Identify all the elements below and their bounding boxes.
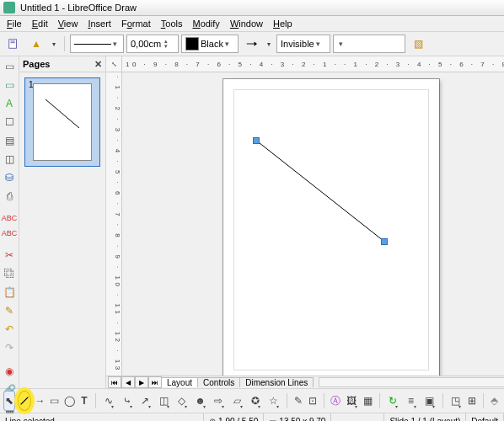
save-icon[interactable]: ⛁ <box>0 171 19 184</box>
svg-line-5 <box>46 99 79 128</box>
menu-modify[interactable]: Modify <box>187 18 224 29</box>
tab-nav-prev-icon[interactable]: ◀ <box>121 376 135 388</box>
arrow-style-dropdown[interactable]: ▾ <box>264 34 274 54</box>
chevron-down-icon: ▾ <box>225 40 229 48</box>
glue-points-icon[interactable]: ⊡ <box>307 391 319 411</box>
select-tool-icon[interactable]: ⬉ <box>3 391 15 411</box>
menu-edit[interactable]: Edit <box>27 18 53 29</box>
curve-tool-icon[interactable]: ∿▾ <box>101 391 117 411</box>
spinner-arrows[interactable]: ▴▾ <box>164 39 168 49</box>
callout-tool-icon[interactable]: ✪▾ <box>248 391 264 411</box>
fontwork-icon[interactable]: Ⓐ <box>330 391 341 411</box>
copy-icon[interactable]: ⿻ <box>0 267 19 280</box>
insert-tool-icon[interactable]: ◳▾ <box>448 391 464 411</box>
selection-handle-end[interactable] <box>381 238 388 245</box>
status-slide[interactable]: Slide 1 / 1 (Layout) <box>384 413 466 421</box>
separator <box>64 36 65 51</box>
controls-tool-icon[interactable]: ⊞ <box>466 391 478 411</box>
tab-controls[interactable]: Controls <box>197 377 240 387</box>
print-icon[interactable]: ⎙ <box>0 189 19 203</box>
shadow-button[interactable]: ▧ <box>408 34 428 54</box>
extrusion-icon[interactable]: ⬘ <box>489 391 501 411</box>
selection-handle-start[interactable] <box>253 137 260 144</box>
arrange-tool-icon[interactable]: ▣▾ <box>421 391 437 411</box>
undo-icon[interactable]: ↶ <box>0 322 19 336</box>
line-object[interactable] <box>223 79 439 376</box>
drawing-page[interactable] <box>223 79 439 376</box>
autocheck-icon[interactable]: ABC <box>0 228 19 238</box>
edit-points-icon[interactable]: ✎ <box>292 391 304 411</box>
status-pagestyle[interactable]: Default <box>466 413 504 421</box>
drawing-toolbar: ⬉ → ▭ ◯ T ∿▾ ⤷▾ ↗▾ ◫▾ ◇▾ ☻▾ ⇨▾ ▱▾ ✪▾ ☆▾ … <box>0 388 504 413</box>
line-tool-icon[interactable] <box>18 391 31 411</box>
menu-format[interactable]: Format <box>116 18 156 29</box>
size-icon: ▭ <box>269 417 276 422</box>
align-tool-icon[interactable]: ≡▾ <box>403 391 419 411</box>
new-slide-icon[interactable]: ☐ <box>0 115 19 129</box>
area-fill-type-combo[interactable]: Invisible ▾ <box>276 35 330 53</box>
page-icon[interactable]: ▤ <box>0 134 19 147</box>
tab-nav-last-icon[interactable]: ⏭ <box>148 376 162 388</box>
menu-window[interactable]: Window <box>225 18 268 29</box>
line-color-combo[interactable]: Black ▾ <box>181 35 239 53</box>
tab-dimension-lines[interactable]: Dimension Lines <box>239 377 314 387</box>
line-arrow-tool-icon[interactable]: → <box>34 391 46 411</box>
stars-tool-icon[interactable]: ☆▾ <box>265 391 281 411</box>
styles-button[interactable] <box>3 34 24 54</box>
svg-rect-2 <box>11 42 15 43</box>
ruler-corner[interactable]: ⤡ <box>106 56 122 72</box>
tab-layout[interactable]: Layout <box>161 377 198 387</box>
line-style-combo[interactable]: ▾ <box>70 35 124 53</box>
horizontal-scrollbar[interactable] <box>319 377 504 387</box>
tab-nav-next-icon[interactable]: ▶ <box>135 376 148 388</box>
menu-insert[interactable]: Insert <box>83 18 116 29</box>
insert-image-icon[interactable]: ◫ <box>0 152 19 166</box>
clone-format-icon[interactable]: ✎ <box>0 304 19 317</box>
gallery-icon[interactable]: ▦ <box>362 391 374 411</box>
paint-format-dropdown[interactable]: ▾ <box>49 34 59 54</box>
vertical-ruler[interactable]: · 1 · 2 · 3 · 4 · 5 · 6 · 7 · 8 · 9 · 10… <box>106 72 122 376</box>
status-size: ▭ 13,50 x 9,70 <box>264 413 331 421</box>
zoom-page-icon[interactable]: ▭ <box>0 78 19 92</box>
arrow-style-button[interactable] <box>241 34 261 54</box>
menu-view[interactable]: View <box>53 18 83 29</box>
redo-icon[interactable]: ↷ <box>0 341 19 354</box>
rectangle-tool-icon[interactable]: ▭ <box>49 391 61 411</box>
cut-icon[interactable]: ✂ <box>0 248 19 262</box>
status-modified <box>331 413 384 421</box>
connector-tool-icon[interactable]: ⤷▾ <box>119 391 135 411</box>
pointer-tool-icon[interactable]: ▭ <box>0 60 19 73</box>
separator <box>95 393 96 408</box>
basic-shapes-tool-icon[interactable]: ◇▾ <box>174 391 190 411</box>
page-thumbnail[interactable]: 1 <box>24 77 100 167</box>
menu-help[interactable]: Help <box>268 18 298 29</box>
spellcheck-icon[interactable]: ABC <box>0 213 19 223</box>
menu-tools[interactable]: Tools <box>156 18 188 29</box>
line-width-spinner[interactable]: 0,00cm ▴▾ <box>126 35 179 53</box>
main-area: ⤡ 10 · 9 · 8 · 7 · 6 · 5 · 4 · 3 · 2 · 1… <box>106 56 504 388</box>
from-file-icon[interactable]: 🖼▾ <box>344 391 360 411</box>
paint-format-button[interactable]: ▲ <box>26 34 46 54</box>
area-fill-value-combo[interactable]: ▾ <box>333 35 405 53</box>
block-arrows-tool-icon[interactable]: ⇨▾ <box>211 391 227 411</box>
3d-tool-icon[interactable]: ◫▾ <box>156 391 172 411</box>
svg-rect-0 <box>9 40 17 49</box>
left-vertical-toolbar: ▭ ▭ A ☐ ▤ ◫ ⛁ ⎙ ABC ABC ✂ ⿻ 📋 ✎ ↶ ↷ ◉ 🔗 … <box>0 56 19 388</box>
close-icon[interactable]: ✕ <box>94 59 102 70</box>
chart-icon[interactable]: ◉ <box>0 365 19 378</box>
svg-line-7 <box>21 397 29 405</box>
ellipse-tool-icon[interactable]: ◯ <box>63 391 76 411</box>
tab-nav-first-icon[interactable]: ⏮ <box>108 376 121 388</box>
horizontal-ruler[interactable]: ⤡ 10 · 9 · 8 · 7 · 6 · 5 · 4 · 3 · 2 · 1… <box>106 56 504 72</box>
lines-arrows-tool-icon[interactable]: ↗▾ <box>137 391 153 411</box>
drawing-canvas[interactable] <box>122 72 504 376</box>
text-tool-icon[interactable]: T <box>78 391 90 411</box>
rotate-tool-icon[interactable]: ↻▾ <box>384 391 400 411</box>
menu-file[interactable]: File <box>2 18 27 29</box>
layer-tabs-row: ⏮ ◀ ▶ ⏭ Layout Controls Dimension Lines <box>106 376 504 388</box>
symbol-shapes-tool-icon[interactable]: ☻▾ <box>192 391 208 411</box>
separator <box>287 393 287 408</box>
flowchart-tool-icon[interactable]: ▱▾ <box>229 391 245 411</box>
paste-icon[interactable]: 📋 <box>0 285 19 299</box>
text-color-icon[interactable]: A <box>0 97 19 110</box>
